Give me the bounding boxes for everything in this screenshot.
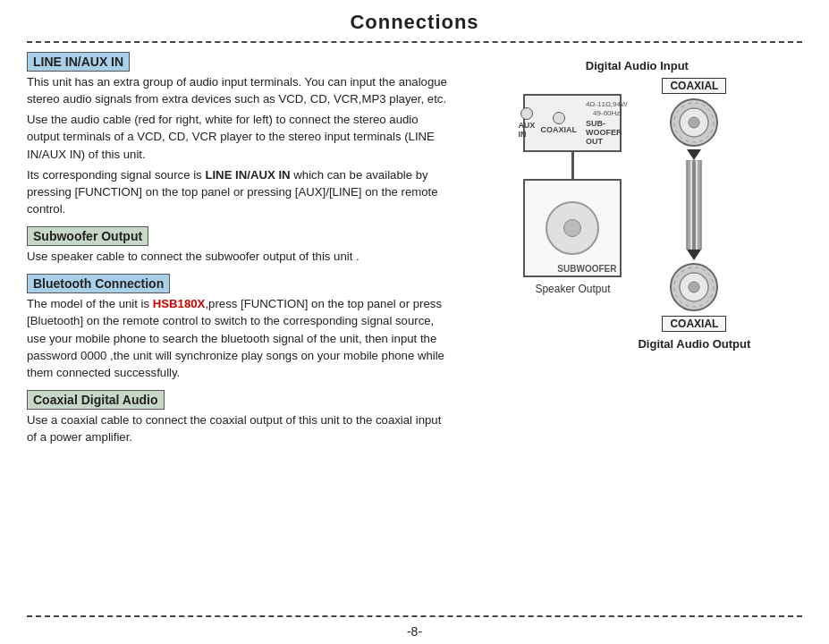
cable-wire-1 [571, 152, 574, 179]
bottom-divider [27, 615, 802, 617]
line-in-text2: Use the audio cable (red for right, whit… [27, 111, 454, 162]
line-in-header: LINE IN/AUX IN [27, 52, 130, 72]
svg-point-2 [689, 117, 699, 128]
cable-body-svg [683, 160, 705, 250]
bluetooth-header: Bluetooth Connection [27, 274, 170, 293]
top-divider [27, 41, 802, 43]
line-in-text3: Its corresponding signal source is LINE … [27, 166, 454, 217]
speaker-diagram: AUX IN COAXIAL 4Ω-11Ω,94W49-60Hz SUB-WOO… [523, 94, 622, 295]
amp-spec: 4Ω-11Ω,94W49-60Hz [586, 100, 628, 117]
arrow-down-bottom [687, 250, 701, 260]
coaxial-top-connector-label: COAXIAL [662, 78, 726, 94]
diagram-area: AUX IN COAXIAL 4Ω-11Ω,94W49-60Hz SUB-WOO… [523, 76, 750, 351]
coaxial-bottom-connector-svg [667, 260, 721, 314]
speaker-box: SUBWOOFER [523, 179, 622, 277]
svg-rect-6 [692, 160, 696, 250]
digital-audio-input-label: Digital Audio Input [586, 59, 689, 72]
right-column: Digital Audio Input AUX IN [472, 52, 802, 608]
arrow-down-top [687, 149, 701, 160]
amp-unit: AUX IN COAXIAL 4Ω-11Ω,94W49-60Hz SUB-WOO… [523, 94, 622, 152]
left-column: LINE IN/AUX IN This unit has an extra gr… [27, 52, 454, 608]
coaxial-top-connector-svg [667, 96, 721, 149]
coaxial-amp-label: COAXIAL [540, 125, 577, 134]
subwoofer-header: Subwoofer Output [27, 226, 148, 246]
aux-in-connector [520, 107, 533, 120]
line-in-section: LINE IN/AUX IN This unit has an extra gr… [27, 52, 454, 221]
subwoofer-diagram-label: SUBWOOFER [557, 264, 616, 274]
coaxial-text: Use a coaxial cable to connect the coaxi… [27, 411, 454, 445]
line-in-text1: This unit has an extra group of audio in… [27, 73, 454, 107]
svg-point-11 [689, 282, 699, 292]
coaxial-bottom-connector-label: COAXIAL [662, 316, 726, 332]
coaxial-connector-amp [553, 112, 565, 124]
speaker-cone [546, 201, 599, 255]
speaker-output-label: Speaker Output [535, 283, 610, 295]
aux-in-label: AUX IN [518, 121, 535, 139]
subwoofer-section: Subwoofer Output Use speaker cable to co… [27, 226, 454, 268]
coaxial-header: Coaxial Digital Audio [27, 390, 165, 410]
coaxial-section: Coaxial Digital Audio Use a coaxial cabl… [27, 390, 454, 449]
digital-audio-output-label: Digital Audio Output [638, 337, 750, 351]
bluetooth-section: Bluetooth Connection The model of the un… [27, 274, 454, 385]
sub-woofer-label: SUB-WOOFER OUT [586, 119, 628, 146]
subwoofer-text: Use speaker cable to connect the subwoof… [27, 248, 454, 265]
page-number: -8- [27, 621, 802, 644]
main-content: LINE IN/AUX IN This unit has an extra gr… [27, 52, 802, 608]
page-container: Connections LINE IN/AUX IN This unit has… [0, 0, 829, 644]
coaxial-diagram: COAXIAL [638, 76, 750, 351]
page-title: Connections [27, 0, 802, 41]
speaker-inner [563, 219, 581, 237]
bluetooth-text: The model of the unit is HSB180X,press [… [27, 295, 454, 381]
